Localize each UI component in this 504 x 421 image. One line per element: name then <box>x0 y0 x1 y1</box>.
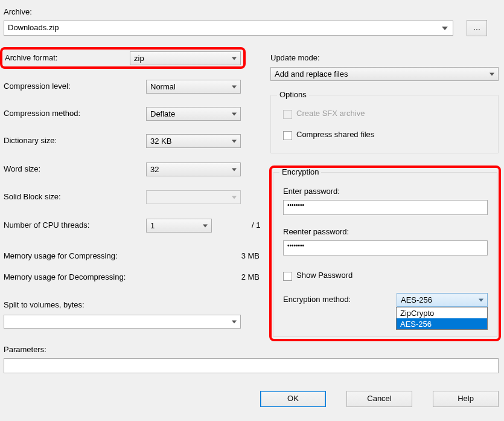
encryption-legend: Encryption <box>279 167 321 176</box>
compress-shared-checkbox[interactable] <box>283 131 292 140</box>
dictionary-size-value: 32 KB <box>150 137 171 146</box>
ellipsis-icon: ... <box>473 22 480 32</box>
update-mode-label: Update mode: <box>270 53 320 62</box>
cancel-button-label: Cancel <box>367 394 391 403</box>
options-legend: Options <box>277 90 309 99</box>
mem-decompress-value: 2 MB <box>223 272 260 281</box>
options-fieldset: Options <box>270 95 499 153</box>
compression-method-label: Compression method: <box>4 109 80 118</box>
chevron-down-icon <box>232 320 237 323</box>
enter-password-value: •••••••• <box>287 202 304 208</box>
archive-format-combo[interactable]: zip <box>130 51 241 65</box>
archive-path-value: Downloads.zip <box>8 23 59 32</box>
dictionary-size-label: Dictionary size: <box>4 136 57 145</box>
help-button[interactable]: Help <box>433 391 499 407</box>
archive-format-value: zip <box>134 54 144 63</box>
parameters-label: Parameters: <box>4 345 46 354</box>
mem-decompress-label: Memory usage for Decompressing: <box>4 272 126 281</box>
parameters-input[interactable] <box>4 358 499 373</box>
chevron-down-icon <box>442 27 448 30</box>
chevron-down-icon <box>232 140 237 143</box>
compression-level-label: Compression level: <box>4 82 71 91</box>
chevron-down-icon <box>479 298 483 301</box>
encryption-method-label: Encryption method: <box>283 295 351 304</box>
chevron-down-icon <box>232 168 237 171</box>
split-volumes-label: Split to volumes, bytes: <box>4 300 85 309</box>
chevron-down-icon <box>203 224 208 227</box>
update-mode-value: Add and replace files <box>275 69 348 79</box>
ok-button-label: OK <box>287 394 299 403</box>
cpu-threads-label: Number of CPU threads: <box>4 220 89 230</box>
compression-level-combo[interactable]: Normal <box>146 80 241 94</box>
create-sfx-label: Create SFX archive <box>296 109 365 118</box>
cpu-threads-max: / 1 <box>252 220 260 230</box>
reenter-password-value: •••••••• <box>287 242 304 249</box>
encryption-option-aes256[interactable]: AES-256 <box>397 318 487 329</box>
dictionary-size-combo[interactable]: 32 KB <box>146 134 241 148</box>
chevron-down-icon <box>232 85 237 88</box>
update-mode-combo[interactable]: Add and replace files <box>270 67 499 81</box>
browse-button[interactable]: ... <box>467 20 487 36</box>
word-size-value: 32 <box>150 165 159 174</box>
chevron-down-icon <box>232 196 237 199</box>
solid-block-size-combo <box>146 190 241 204</box>
compression-method-combo[interactable]: Deflate <box>146 107 241 121</box>
cpu-threads-combo[interactable]: 1 <box>146 219 212 233</box>
archive-format-label: Archive format: <box>5 53 57 62</box>
mem-compress-label: Memory usage for Compressing: <box>4 251 118 260</box>
help-button-label: Help <box>458 394 474 403</box>
show-password-checkbox[interactable] <box>283 272 292 281</box>
ok-button[interactable]: OK <box>260 391 326 407</box>
archive-path-combo[interactable]: Downloads.zip <box>4 21 453 36</box>
split-volumes-combo[interactable] <box>4 315 241 329</box>
solid-block-size-label: Solid Block size: <box>4 192 61 201</box>
show-password-label: Show Password <box>296 271 352 280</box>
chevron-down-icon <box>490 72 494 76</box>
encryption-option-zipcrypto[interactable]: ZipCrypto <box>397 307 487 318</box>
archive-label: Archive: <box>4 7 32 16</box>
chevron-down-icon <box>232 57 237 60</box>
compress-shared-label: Compress shared files <box>296 130 374 139</box>
compression-level-value: Normal <box>150 82 176 91</box>
create-sfx-checkbox <box>283 110 292 119</box>
mem-compress-value: 3 MB <box>223 251 260 260</box>
reenter-password-input[interactable]: •••••••• <box>283 240 488 255</box>
encryption-method-dropdown[interactable]: ZipCrypto AES-256 <box>396 307 488 330</box>
enter-password-input[interactable]: •••••••• <box>283 200 488 215</box>
chevron-down-icon <box>232 112 237 115</box>
compression-method-value: Deflate <box>150 109 175 118</box>
word-size-combo[interactable]: 32 <box>146 162 241 176</box>
reenter-password-label: Reenter password: <box>283 227 349 236</box>
enter-password-label: Enter password: <box>283 187 340 196</box>
word-size-label: Word size: <box>4 164 40 173</box>
cancel-button[interactable]: Cancel <box>346 391 412 407</box>
encryption-method-value: AES-256 <box>401 295 432 304</box>
encryption-method-combo[interactable]: AES-256 <box>397 293 488 307</box>
cpu-threads-value: 1 <box>150 221 155 230</box>
